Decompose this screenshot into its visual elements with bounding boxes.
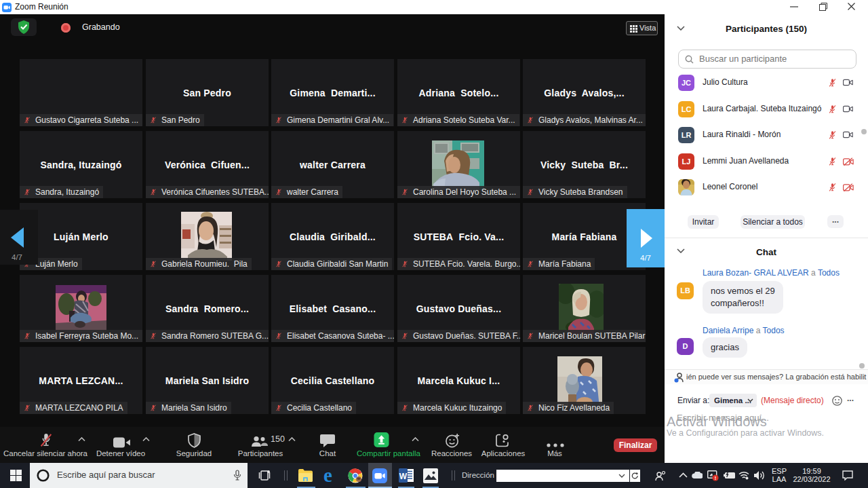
svg-text:W: W: [399, 472, 408, 481]
svg-text:!: !: [715, 475, 717, 481]
